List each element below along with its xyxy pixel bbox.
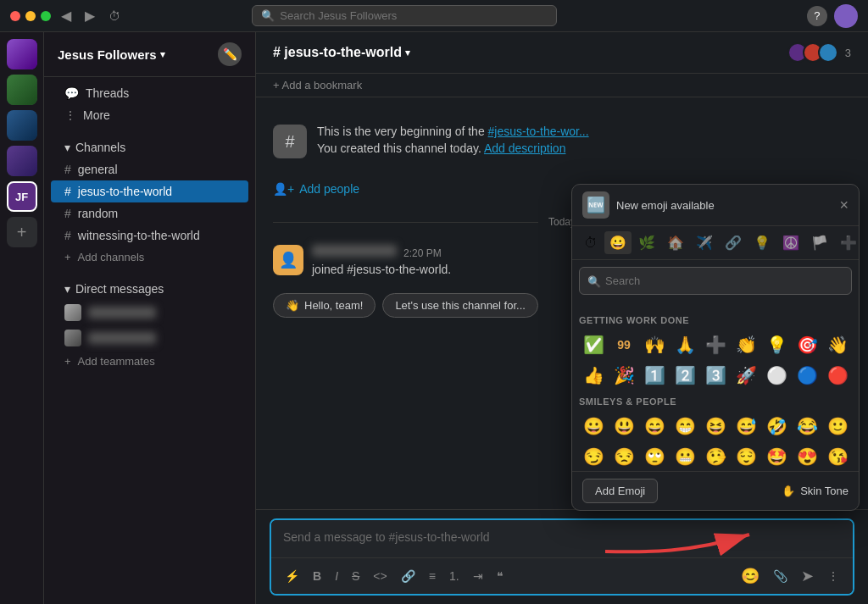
cat-travel[interactable]: ✈️ [691, 231, 718, 254]
emoji-kissing-heart[interactable]: 😘 [823, 442, 852, 471]
channels-section-header[interactable]: ▾ Channels [51, 136, 248, 158]
sidebar-item-threads[interactable]: 💬 Threads [51, 82, 248, 104]
emoji-button[interactable]: 😊 [736, 563, 765, 589]
message-input-placeholder[interactable]: Send a message to #jesus-to-the-world [271, 520, 853, 557]
emoji-liar[interactable]: 🤥 [701, 442, 730, 471]
emoji-party[interactable]: 🎉 [609, 361, 638, 390]
history-button[interactable]: ⏱ [105, 6, 124, 26]
emoji-eyeroll[interactable]: 🙄 [640, 442, 669, 471]
emoji-dart[interactable]: 🎯 [793, 330, 821, 359]
close-traffic-light[interactable] [10, 11, 20, 21]
emoji-slight-smile[interactable]: 🙂 [823, 412, 852, 441]
cat-objects[interactable]: 🏠 [662, 231, 689, 254]
send-button[interactable]: ➤ [796, 563, 819, 589]
emoji-raised-hands[interactable]: 🙌 [640, 330, 669, 359]
more-options-button[interactable]: ⋮ [822, 566, 844, 586]
emoji-heart-eyes[interactable]: 😍 [793, 442, 821, 471]
code-button[interactable]: <> [368, 566, 392, 586]
emoji-starstruck[interactable]: 🤩 [762, 442, 791, 471]
edit-button[interactable]: ✏️ [218, 42, 242, 66]
add-teammates-button[interactable]: + Add teammates [51, 351, 248, 372]
channel-random[interactable]: # random [51, 202, 248, 224]
channel-link[interactable]: #jesus-to-the-wor... [488, 125, 589, 138]
channel-jesus-to-the-world[interactable]: # jesus-to-the-world [51, 180, 248, 202]
workspace-icon-3[interactable] [7, 110, 37, 141]
dm-section-header[interactable]: ▾ Direct messages [51, 278, 248, 300]
emoji-sweat-smile[interactable]: 😅 [732, 412, 760, 441]
member-avatars[interactable] [787, 42, 838, 63]
emoji-laughing[interactable]: 😆 [701, 412, 730, 441]
cat-flags[interactable]: 🏳️ [806, 231, 833, 254]
add-emoji-button[interactable]: Add Emoji [582, 479, 658, 503]
cat-recent[interactable]: ⏱ [579, 232, 603, 254]
emoji-rocket[interactable]: 🚀 [732, 361, 760, 390]
workspace-icon-4[interactable] [7, 146, 37, 176]
emoji-thumbsup[interactable]: 👍 [579, 361, 608, 390]
sidebar-item-more[interactable]: ⋮ More [51, 104, 248, 126]
emoji-two[interactable]: 2️⃣ [670, 361, 699, 390]
add-workspace-button[interactable]: + [7, 217, 37, 247]
block-button[interactable]: ❝ [492, 566, 509, 586]
strikethrough-button[interactable]: S [347, 566, 364, 586]
cat-nature[interactable]: 🌿 [633, 231, 660, 254]
cat-ideas[interactable]: 💡 [748, 231, 776, 254]
italic-button[interactable]: I [330, 566, 343, 586]
add-description-link[interactable]: Add description [484, 141, 566, 155]
emoji-one[interactable]: 1️⃣ [640, 361, 669, 390]
emoji-checkmark[interactable]: ✅ [579, 330, 608, 359]
emoji-grin[interactable]: 😁 [670, 412, 699, 441]
indent-button[interactable]: ⇥ [468, 566, 488, 586]
minimize-traffic-light[interactable] [25, 11, 36, 21]
emoji-joy[interactable]: 😂 [793, 412, 821, 441]
workspace-icon-2[interactable] [7, 75, 37, 105]
help-button[interactable]: ? [807, 6, 827, 26]
cat-custom[interactable]: ➕ [835, 231, 860, 254]
emoji-unamused[interactable]: 😒 [609, 442, 638, 471]
emoji-rofl[interactable]: 🤣 [762, 412, 791, 441]
cat-symbols[interactable]: 🔗 [720, 231, 747, 254]
list-button[interactable]: ≡ [424, 566, 441, 586]
emoji-red-circle[interactable]: 🔴 [823, 361, 852, 390]
emoji-relieved[interactable]: 😌 [732, 442, 760, 471]
emoji-picker-close[interactable]: × [839, 197, 849, 213]
bold-button[interactable]: B [308, 566, 326, 586]
lightning-button[interactable]: ⚡ [280, 566, 304, 586]
emoji-grinning[interactable]: 😀 [579, 412, 608, 441]
emoji-grimace[interactable]: 😬 [670, 442, 699, 471]
bookmark-bar[interactable]: + Add a bookmark [256, 74, 868, 97]
cat-smileys[interactable]: 😀 [604, 231, 632, 254]
emoji-99[interactable]: 99 [609, 330, 638, 359]
emoji-clap[interactable]: 👏 [732, 330, 760, 359]
channel-title[interactable]: # jesus-to-the-world ▾ [273, 45, 410, 60]
global-search-bar[interactable]: 🔍 [252, 5, 557, 26]
dm-item-1[interactable] [51, 300, 248, 325]
emoji-smirk[interactable]: 😏 [579, 442, 608, 471]
skin-tone-button[interactable]: ✋ Skin Tone [782, 485, 849, 497]
user-avatar-title[interactable] [834, 4, 858, 28]
channel-witnessing[interactable]: # witnessing-to-the-world [51, 224, 248, 247]
dm-item-2[interactable] [51, 325, 248, 351]
emoji-three[interactable]: 3️⃣ [701, 361, 730, 390]
global-search-input[interactable] [280, 9, 548, 22]
link-button[interactable]: 🔗 [396, 566, 420, 586]
maximize-traffic-light[interactable] [41, 11, 51, 21]
attachment-button[interactable]: 📎 [768, 566, 793, 586]
emoji-blue-circle[interactable]: 🔵 [793, 361, 821, 390]
current-workspace-avatar[interactable]: JF [7, 181, 37, 212]
emoji-pray[interactable]: 🙏 [670, 330, 699, 359]
workspace-icon-1[interactable] [7, 39, 37, 69]
emoji-smiley[interactable]: 😃 [609, 412, 638, 441]
chip-channel-purpose[interactable]: Let's use this channel for... [382, 293, 538, 318]
ordered-list-button[interactable]: 1. [444, 566, 465, 586]
workspace-name[interactable]: Jesus Followers ▾ [58, 47, 165, 62]
emoji-search-input[interactable] [579, 267, 852, 295]
emoji-white-circle[interactable]: ⚪ [762, 361, 791, 390]
emoji-plus[interactable]: ➕ [701, 330, 730, 359]
forward-button[interactable]: ▶ [81, 4, 98, 27]
cat-peace[interactable]: ☮️ [777, 231, 804, 254]
emoji-smile[interactable]: 😄 [640, 412, 669, 441]
emoji-bulb[interactable]: 💡 [762, 330, 791, 359]
emoji-wave[interactable]: 👋 [823, 330, 852, 359]
back-button[interactable]: ◀ [58, 4, 75, 27]
chip-hello[interactable]: 👋 Hello, team! [273, 293, 376, 318]
